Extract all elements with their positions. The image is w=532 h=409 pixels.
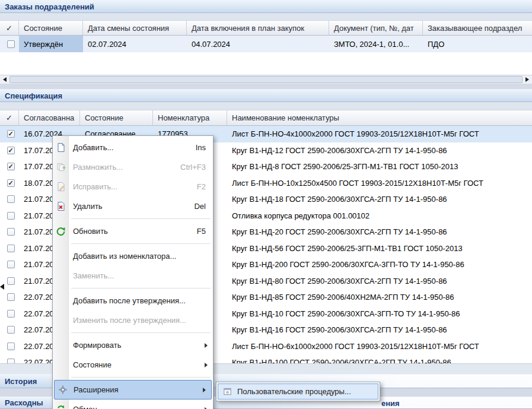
orders-cell-department[interactable]: ПДО bbox=[423, 36, 532, 52]
row-checkbox[interactable] bbox=[7, 212, 15, 220]
menu-separator bbox=[71, 288, 211, 288]
cell-name[interactable]: Круг В1-НД-80 ГОСТ 2590-2006/30ХГСА-2ГП … bbox=[227, 273, 532, 290]
orders-toolbar-gap bbox=[0, 13, 532, 20]
menu-item-change-after-approval[interactable]: Изменить после утверждения... bbox=[53, 310, 213, 330]
orders-col-state-date[interactable]: Дата смены состояния bbox=[83, 21, 187, 35]
extensions-submenu: Пользовательские процедуры... bbox=[216, 382, 380, 401]
cell-name[interactable]: Круг В1-НД-12 ГОСТ 2590-2006/30ХГСА-2ГП … bbox=[227, 142, 532, 159]
orders-col-state[interactable]: Состояние bbox=[19, 21, 83, 35]
cell-name[interactable]: Отливка корпуса редуктора 001.00102 bbox=[227, 208, 532, 224]
menu-item-label: Добавить из номенклатора... bbox=[73, 252, 176, 261]
add-document-icon bbox=[55, 142, 66, 153]
cell-name[interactable]: Круг В1-НД-100 ГОСТ 2590-2006/30ХГСА-2ГП… bbox=[227, 354, 532, 363]
orders-col-department[interactable]: Заказывающее подраздел bbox=[423, 21, 532, 35]
row-checkbox[interactable] bbox=[7, 326, 15, 334]
cell-name[interactable]: Лист Б-ПН-НО-4х1000х2000 ГОСТ 19903-2015… bbox=[227, 126, 532, 142]
cell-name[interactable]: Круг В1-НД-85 ГОСТ 2590-2006/40ХН2МА-2ГП… bbox=[227, 289, 532, 306]
orders-cell-state-date[interactable]: 02.07.2024 bbox=[83, 36, 187, 52]
spec-panel-header[interactable]: Спецификация bbox=[0, 89, 532, 102]
menu-item-refresh[interactable]: Обновить F5 bbox=[53, 221, 213, 241]
cell-name[interactable]: Лист Б-ПН-НО-10х1250х4500 ГОСТ 19903-201… bbox=[227, 175, 532, 192]
menu-separator bbox=[71, 377, 211, 378]
user-procedures-icon bbox=[222, 386, 233, 397]
menu-item-add-from-nomenclator[interactable]: Добавить из номенклатора... bbox=[53, 246, 213, 266]
menu-item-duplicate[interactable]: Размножить... Ctrl+F3 bbox=[53, 157, 213, 177]
menu-item-user-procedures[interactable]: Пользовательские процедуры... bbox=[218, 383, 378, 400]
cell-name[interactable]: Круг В1-НД-10 ГОСТ 2590-2006/30ХГСА-3ГП-… bbox=[227, 306, 532, 322]
menu-item-label: Расширения bbox=[74, 385, 119, 394]
cell-name[interactable]: Круг В1-НД-16 ГОСТ 2590-2006/30ХГСА-2ГП … bbox=[227, 322, 532, 338]
panel-title-fragment: ения bbox=[381, 399, 400, 408]
menu-item-add[interactable]: Добавить... Ins bbox=[53, 138, 213, 157]
spec-col-name[interactable]: Наименование номенклатуры bbox=[227, 110, 532, 125]
spec-col-agreed-date[interactable]: Согласованна bbox=[19, 110, 80, 125]
menu-item-replace[interactable]: Заменить... bbox=[53, 266, 213, 286]
cell-name[interactable]: Лист Б-ПН-НО-6х1000х2000 ГОСТ 19903-2015… bbox=[227, 338, 532, 355]
orders-horizontal-scrollbar[interactable] bbox=[0, 75, 532, 84]
spec-select-all-header[interactable]: ✓ bbox=[0, 110, 19, 125]
left-arrow-icon bbox=[3, 77, 7, 82]
menu-item-state[interactable]: Состояние bbox=[53, 355, 213, 375]
scroll-right-button[interactable] bbox=[523, 75, 532, 84]
row-checkbox[interactable] bbox=[7, 245, 15, 252]
orders-cell-plan-date[interactable]: 04.07.2024 bbox=[187, 36, 329, 52]
row-checkbox[interactable] bbox=[7, 195, 15, 203]
spec-col-nomenclature[interactable]: Номенклатура bbox=[153, 110, 227, 125]
scroll-left-button[interactable] bbox=[0, 75, 9, 84]
check-icon: ✓ bbox=[6, 24, 12, 33]
row-checkbox[interactable]: ✓ bbox=[7, 147, 15, 154]
menu-item-shortcut: F2 bbox=[191, 182, 206, 191]
menu-item-label: Изменить после утверждения... bbox=[73, 316, 186, 325]
row-checkbox[interactable] bbox=[7, 277, 15, 285]
menu-item-edit[interactable]: Исправить... F2 bbox=[53, 177, 213, 196]
row-checkbox[interactable] bbox=[7, 261, 15, 268]
scrollbar-thumb[interactable] bbox=[9, 76, 523, 83]
row-checkbox[interactable]: ✓ bbox=[7, 179, 15, 187]
orders-table-row[interactable]: Утверждён 02.07.2024 04.07.2024 ЗМТО, 20… bbox=[0, 36, 532, 52]
orders-cell-state[interactable]: Утверждён bbox=[19, 36, 83, 52]
submenu-arrow-icon bbox=[205, 407, 208, 409]
spec-column-headers: ✓ Согласованна Состояние Номенклатура На… bbox=[0, 110, 532, 126]
orders-panel-header[interactable]: Заказы подразделений bbox=[0, 0, 532, 13]
cell-name[interactable]: Круг В1-НД-56 ГОСТ 2590-2006/25-3ГП-М1-Т… bbox=[227, 240, 532, 257]
cell-name[interactable]: Круг В1-НД-18 ГОСТ 2590-2006/30ХГСА-2ГП … bbox=[227, 191, 532, 208]
orders-cell-document[interactable]: ЗМТО, 2024-1, 01.0... bbox=[329, 36, 423, 52]
menu-item-delete[interactable]: Удалить Del bbox=[53, 196, 213, 216]
menu-item-form[interactable]: Формировать bbox=[53, 335, 213, 355]
history-panel-title: История bbox=[5, 377, 37, 386]
row-checkbox[interactable]: ✓ bbox=[7, 163, 15, 170]
row-checkbox[interactable] bbox=[7, 310, 15, 318]
context-menu: Добавить... Ins Размножить... Ctrl+F3 Ис… bbox=[52, 135, 214, 409]
cell-name[interactable]: Круг В1-НД-20 ГОСТ 2590-2006/30ХГСА-2ГП … bbox=[227, 224, 532, 240]
row-checkbox[interactable] bbox=[7, 359, 15, 363]
row-checkbox[interactable]: ✓ bbox=[7, 130, 15, 138]
menu-item-label: Пользовательские процедуры... bbox=[237, 387, 351, 396]
cell-name[interactable]: Круг В1-НД-8 ГОСТ 2590-2006/25-3ГП-М1-ТВ… bbox=[227, 158, 532, 175]
spec-col-state[interactable]: Состояние bbox=[80, 110, 153, 125]
menu-separator bbox=[71, 332, 211, 333]
orders-row-checkbox[interactable] bbox=[7, 40, 15, 48]
menu-item-exchange[interactable]: Обмен bbox=[53, 400, 213, 409]
menu-item-label: Обмен bbox=[73, 405, 97, 409]
duplicate-icon bbox=[55, 161, 66, 173]
menu-item-add-after-approval[interactable]: Добавить после утверждения... bbox=[53, 291, 213, 310]
app-window: Заказы подразделений ✓ Состояние Дата см… bbox=[0, 0, 532, 409]
exchange-icon bbox=[55, 404, 66, 409]
menu-item-extensions[interactable]: Расширения bbox=[54, 380, 212, 400]
orders-select-all-header[interactable]: ✓ bbox=[0, 21, 19, 35]
menu-item-shortcut: Del bbox=[188, 202, 206, 211]
menu-item-label: Исправить... bbox=[73, 182, 117, 191]
menu-item-shortcut: Ins bbox=[190, 143, 206, 152]
row-checkbox[interactable] bbox=[7, 228, 15, 236]
expense-panel-title: Расходны bbox=[5, 398, 43, 407]
cell-name[interactable]: Круг В1-НД-200 ГОСТ 2590-2006/30ХГСА-3ГП… bbox=[227, 256, 532, 273]
submenu-arrow-icon bbox=[205, 363, 208, 367]
menu-separator bbox=[71, 243, 211, 244]
extensions-icon bbox=[57, 384, 68, 395]
right-arrow-icon bbox=[525, 77, 529, 82]
orders-col-document[interactable]: Документ (тип, №, дат bbox=[329, 21, 423, 35]
orders-col-plan-date[interactable]: Дата включения в план закупок bbox=[187, 21, 329, 35]
current-row-marker bbox=[0, 284, 4, 290]
row-checkbox[interactable] bbox=[7, 343, 15, 350]
row-checkbox[interactable] bbox=[7, 293, 15, 301]
